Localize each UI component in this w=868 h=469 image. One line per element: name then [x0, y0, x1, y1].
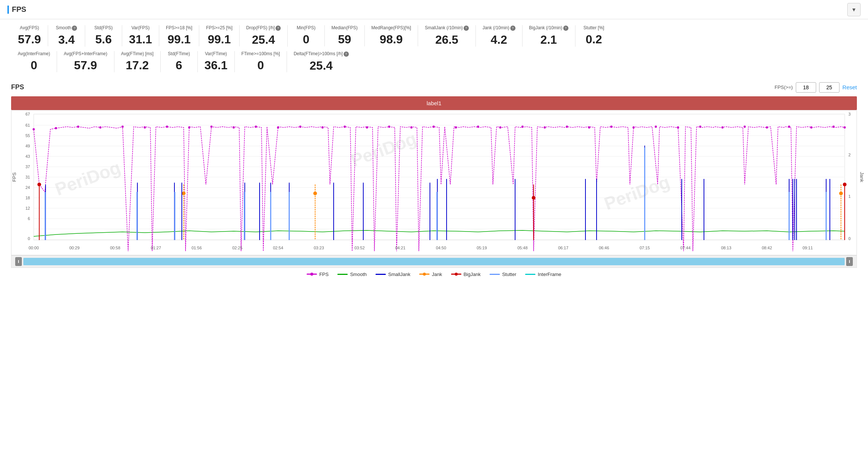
svg-point-77 — [182, 192, 186, 195]
svg-text:0: 0 — [848, 236, 851, 241]
help-icon[interactable]: ? — [276, 26, 281, 31]
dropdown-button[interactable]: ▼ — [847, 3, 861, 16]
svg-point-36 — [121, 126, 124, 128]
svg-text:08:42: 08:42 — [762, 246, 772, 250]
stat-label: Avg(FTime) [ms] — [121, 51, 154, 56]
svg-point-37 — [144, 126, 146, 129]
legend-label: InterFrame — [538, 272, 561, 277]
reset-button[interactable]: Reset — [842, 84, 857, 90]
fps-chart-svg: 67 61 55 49 43 37 31 24 18 12 6 0 FPS 3 … — [11, 110, 865, 255]
legend: FPSSmoothSmallJankJankBigJankStutterInte… — [7, 268, 861, 279]
svg-text:0: 0 — [28, 236, 30, 241]
scroll-handle-left[interactable] — [15, 257, 22, 266]
stat-item: Avg(FPS)57.9 — [11, 25, 48, 46]
svg-point-73 — [532, 196, 535, 200]
stat-label: Avg(InterFrame) — [18, 51, 50, 56]
svg-point-66 — [788, 126, 790, 128]
svg-point-67 — [810, 126, 812, 129]
label-bar-text: label1 — [427, 100, 441, 106]
fps-ge-label: FPS(>=) — [775, 84, 793, 90]
svg-point-59 — [632, 126, 635, 129]
help-icon[interactable]: ? — [563, 26, 568, 31]
stat-label: Std(FPS) — [94, 25, 113, 30]
svg-text:09:11: 09:11 — [802, 246, 813, 250]
svg-text:24: 24 — [26, 185, 30, 190]
svg-point-39 — [188, 126, 190, 129]
svg-point-53 — [499, 126, 501, 129]
stat-item: Drop(FPS) [/h]?25.4 — [240, 25, 288, 47]
svg-point-65 — [766, 126, 768, 129]
svg-text:55: 55 — [26, 133, 30, 138]
help-icon[interactable]: ? — [464, 26, 469, 31]
svg-text:04:21: 04:21 — [395, 246, 405, 250]
fps-controls: FPS(>=) Reset — [775, 82, 857, 93]
svg-text:06:46: 06:46 — [599, 246, 609, 250]
svg-point-55 — [544, 126, 546, 129]
fps-ge-input-1[interactable] — [796, 82, 816, 93]
legend-item: Jank — [419, 272, 442, 277]
stat-value: 25.4 — [252, 33, 275, 47]
legend-item: Stutter — [490, 272, 516, 277]
help-icon[interactable]: ? — [510, 26, 515, 31]
help-icon[interactable]: ? — [344, 51, 349, 57]
stat-label: FPS>=25 [%] — [206, 25, 232, 30]
stat-value: 98.9 — [380, 33, 403, 46]
svg-text:6: 6 — [28, 216, 30, 221]
svg-text:1: 1 — [848, 194, 851, 199]
scroll-track[interactable] — [23, 258, 845, 265]
legend-line — [337, 274, 348, 275]
legend-item: FPS — [307, 272, 328, 277]
stat-item: Stutter [%]0.2 — [575, 25, 612, 46]
stat-value: 25.4 — [310, 59, 333, 73]
stat-value: 57.9 — [74, 59, 97, 72]
svg-text:02:54: 02:54 — [273, 246, 283, 250]
help-icon[interactable]: ? — [72, 26, 77, 31]
svg-point-75 — [843, 183, 847, 186]
svg-text:49: 49 — [26, 144, 30, 148]
legend-item: SmallJank — [375, 272, 410, 277]
stat-item: Var(FPS)31.1 — [122, 25, 159, 46]
stat-label: Std(FTime) — [168, 51, 190, 56]
svg-point-46 — [344, 126, 346, 128]
stat-item: Std(FPS)5.6 — [85, 25, 122, 46]
stat-value: 99.1 — [208, 33, 231, 46]
stat-label: BigJank (/10min)? — [529, 25, 568, 31]
legend-item: InterFrame — [525, 272, 561, 277]
stat-item: FPS>=18 [%]99.1 — [159, 25, 199, 46]
stat-item: Avg(FTime) [ms]17.2 — [114, 51, 161, 72]
legend-label: Jank — [432, 272, 442, 277]
legend-item: Smooth — [337, 272, 367, 277]
stat-label: FTime>=100ms [%] — [241, 51, 280, 56]
chart-header: FPS FPS(>=) Reset — [7, 80, 861, 96]
svg-point-47 — [366, 126, 368, 129]
svg-point-79 — [313, 192, 317, 195]
svg-text:01:27: 01:27 — [151, 246, 161, 250]
scroll-bar — [11, 255, 857, 268]
svg-text:61: 61 — [26, 123, 30, 127]
stat-label: Min(FPS) — [297, 25, 316, 30]
stat-value: 17.2 — [126, 59, 148, 72]
stat-value: 5.6 — [95, 33, 111, 46]
stat-value: 26.5 — [435, 33, 458, 47]
svg-point-33 — [55, 127, 57, 129]
stats-row-1: Avg(FPS)57.9Smooth?3.4Std(FPS)5.6Var(FPS… — [11, 25, 857, 47]
svg-point-69 — [844, 126, 846, 129]
fps-ge-input-2[interactable] — [819, 82, 839, 93]
legend-item: BigJank — [451, 272, 481, 277]
page-wrapper: FPS ▼ Avg(FPS)57.9Smooth?3.4Std(FPS)5.6V… — [0, 0, 868, 469]
svg-text:07:44: 07:44 — [680, 246, 691, 250]
chart-section: FPS FPS(>=) Reset label1 PeriDog PeriDog… — [0, 80, 868, 279]
svg-point-32 — [33, 128, 35, 130]
stat-label: Median(FPS) — [331, 25, 358, 30]
title-text: FPS — [12, 5, 26, 14]
svg-point-41 — [233, 126, 235, 129]
stat-item: Delta(FTime)>100ms [/h]?25.4 — [287, 51, 355, 73]
scroll-handle-right[interactable] — [846, 257, 853, 266]
svg-point-44 — [299, 126, 301, 128]
legend-line — [525, 274, 535, 275]
svg-text:Jank: Jank — [859, 172, 865, 182]
svg-text:31: 31 — [26, 175, 30, 179]
svg-point-48 — [388, 126, 390, 128]
legend-label: Smooth — [350, 272, 367, 277]
svg-text:05:19: 05:19 — [477, 246, 487, 250]
